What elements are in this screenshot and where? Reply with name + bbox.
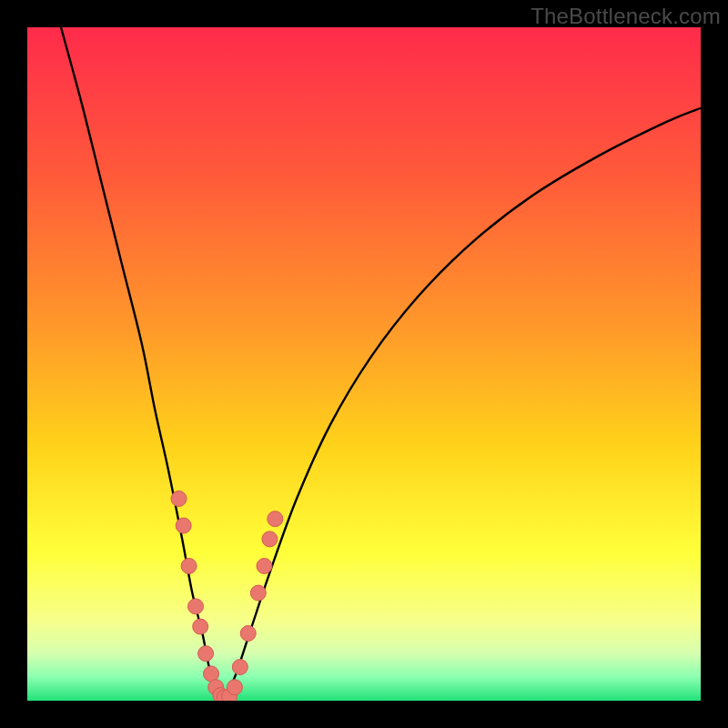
- scatter-dot: [257, 559, 272, 574]
- scatter-dot: [171, 491, 187, 507]
- scatter-group: [171, 491, 283, 702]
- chart-plot: [27, 27, 701, 701]
- scatter-dot: [181, 559, 197, 574]
- scatter-dot: [250, 585, 266, 601]
- scatter-dot: [188, 599, 204, 614]
- scatter-dot: [268, 511, 283, 527]
- chart-frame: [27, 27, 701, 701]
- scatter-dot: [193, 619, 208, 634]
- watermark-text: TheBottleneck.com: [531, 4, 721, 29]
- scatter-dot: [227, 680, 242, 695]
- left-curve: [61, 27, 221, 697]
- scatter-dot: [262, 531, 278, 547]
- scatter-dot: [198, 646, 214, 662]
- scatter-dot: [176, 518, 191, 533]
- scatter-dot: [232, 660, 248, 675]
- scatter-dot: [240, 626, 256, 642]
- right-curve: [226, 108, 701, 698]
